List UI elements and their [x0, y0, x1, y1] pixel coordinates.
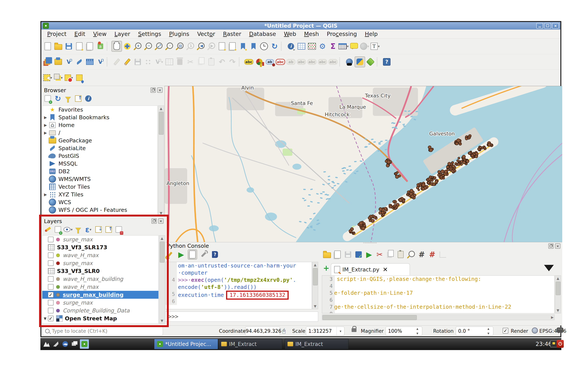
layer-item-surge-max-building[interactable]: ✓surge_max_building [42, 291, 158, 299]
qgis-taskbar-icon[interactable] [80, 339, 89, 349]
menu-settings[interactable]: Settings [134, 31, 165, 37]
layers-float-button[interactable] [151, 218, 157, 224]
deselect-features-button[interactable]: ▾ [63, 72, 74, 83]
window-list-icon[interactable] [70, 339, 79, 349]
open-data-source-manager-button[interactable] [42, 56, 53, 67]
python-console-button[interactable] [355, 56, 365, 67]
layer-item-surge-max[interactable]: surge_max [42, 259, 158, 267]
add-group-button[interactable] [53, 225, 62, 234]
editor-vscrollbar[interactable]: ▲ ▼ [555, 275, 561, 313]
new-3d-map-view-button[interactable] [227, 41, 238, 52]
new-print-layout-button[interactable] [74, 41, 84, 52]
layers-close-button[interactable]: × [158, 218, 164, 224]
taskbar-window-2[interactable]: IM_Extract [218, 339, 282, 349]
expand-arrow-icon[interactable]: ▶ [42, 115, 49, 120]
browser-item--[interactable]: ▶/ [42, 129, 158, 137]
layer-item-open-street-map[interactable]: ▼✓Open Street Map [42, 315, 158, 322]
statistical-summary-button[interactable] [307, 41, 317, 52]
open-attribute-table-button[interactable] [296, 41, 307, 52]
metasearch-button[interactable] [344, 56, 355, 67]
layer-item-s33-vf3-slr0[interactable]: S33_Vf3_SLR0 [42, 267, 158, 275]
editor-tab-close-icon[interactable]: ✕ [383, 266, 388, 273]
layer-item-surge-max[interactable]: surge_max [42, 299, 158, 307]
taskbar-window-1[interactable]: *Untitled Projec... [154, 339, 218, 349]
collapse-all-button[interactable] [104, 225, 113, 234]
console-options-button[interactable] [199, 250, 208, 260]
run-script-button[interactable]: ▶ [364, 250, 374, 260]
restore-button[interactable] [544, 23, 551, 29]
browser-item-favorites[interactable]: ★Favorites [42, 106, 158, 113]
minimize-button[interactable] [536, 23, 543, 29]
scale-dropdown-icon[interactable]: ▾ [336, 327, 344, 335]
copy-button[interactable] [385, 250, 395, 260]
browser-filter-button[interactable] [63, 94, 73, 103]
console-output[interactable]: om·an·untrusted·source·can·harm·your·com… [165, 262, 312, 309]
browser-item-geopackage[interactable]: GeoPackage [42, 137, 158, 144]
identify-features-button[interactable]: i [286, 41, 296, 52]
browser-refresh-button[interactable]: ↻ [53, 94, 62, 103]
new-mesh-layer-button[interactable] [95, 56, 106, 67]
open-script-button[interactable] [322, 250, 332, 260]
layer-item-complete-building-data[interactable]: Complete_Building_Data [42, 307, 158, 315]
browser-item-postgis[interactable]: PostGIS [42, 152, 158, 160]
layer-checkbox[interactable] [48, 300, 53, 305]
processing-toolbox-button[interactable]: ⚙ [317, 41, 328, 52]
layer-checkbox[interactable] [48, 284, 53, 290]
magnifier-spinbox[interactable]: 100% ▲▼ [386, 326, 422, 336]
menu-help[interactable]: Help [361, 31, 381, 37]
select-by-location-button[interactable] [74, 72, 84, 83]
remove-layer-button[interactable] [114, 225, 123, 234]
show-layout-manager-button[interactable] [84, 41, 95, 52]
scale-combobox[interactable]: 1:312257 ▾ [306, 326, 345, 336]
layer-item-surge-max[interactable]: surge_max [42, 236, 158, 243]
highlight-labels-button[interactable]: abc [275, 56, 286, 67]
taskbar-window-3[interactable]: IM_Extract [285, 339, 349, 349]
extents-toggle-icon[interactable]: 🖰 [282, 327, 286, 334]
refresh-map-button[interactable]: ↻ [269, 41, 280, 52]
menu-edit[interactable]: Edit [71, 31, 89, 37]
editor-code-area[interactable]: 3script·in·QGIS,·please·change·the·follo… [322, 275, 555, 313]
browser-add-selected-layers-button[interactable] [43, 94, 52, 103]
browser-close-button[interactable]: × [157, 87, 163, 93]
browser-item-wfs-ogc-api-features[interactable]: WFS / OGC API - Features [42, 206, 158, 214]
filter-by-expression-button[interactable]: ε▾ [84, 225, 93, 234]
cut-button[interactable]: ✂ [375, 250, 384, 260]
add-geopackage-layer-button[interactable] [53, 56, 63, 67]
new-shapefile-layer-button[interactable] [63, 56, 74, 67]
layer-item-wave-h-max[interactable]: wave_H_max [42, 283, 158, 291]
open-project-button[interactable] [53, 41, 63, 52]
expand-all-button[interactable] [94, 225, 103, 234]
layer-checkbox[interactable] [48, 237, 53, 242]
layers-scrollbar[interactable]: ▲ ▼ [159, 235, 165, 324]
expand-arrow-icon[interactable]: ▶ [42, 192, 49, 197]
filter-legend-button[interactable] [74, 225, 83, 234]
show-spatial-bookmarks-button[interactable] [248, 41, 259, 52]
layer-labeling-button[interactable]: abc [243, 56, 254, 67]
new-virtual-layer-button[interactable] [84, 56, 95, 67]
toggle-comment-button[interactable]: # [417, 250, 426, 260]
zoom-out-button[interactable]: − [143, 41, 154, 52]
pin-labels-button[interactable]: ab [265, 56, 275, 67]
menu-plugins[interactable]: Plugins [165, 31, 193, 37]
show-desktop-icon[interactable] [51, 339, 60, 349]
browser-item-xyz-tiles[interactable]: ▶XYZ Tiles [42, 191, 158, 198]
pan-to-selection-button[interactable] [122, 41, 133, 52]
menu-view[interactable]: View [89, 31, 111, 37]
console-scrollbar[interactable]: ▲ ▼ [312, 262, 318, 309]
menu-database[interactable]: Database [245, 31, 280, 37]
zoom-to-layer-button[interactable]: ▤ [175, 41, 185, 52]
coordinate-input[interactable]: -94.463,29.326 [245, 326, 280, 336]
save-project-button[interactable] [63, 41, 74, 52]
messages-icon[interactable] [556, 327, 563, 333]
expand-arrow-icon[interactable]: ▶ [42, 123, 49, 127]
layer-item-s33-vf3-slr173[interactable]: S33_Vf3_SLR173 [42, 243, 158, 251]
expand-arrow-icon[interactable]: ▶ [42, 131, 49, 135]
browser-item-vector-tiles[interactable]: Vector Tiles [42, 183, 158, 191]
new-project-button[interactable] [42, 41, 53, 52]
layer-checkbox[interactable]: ✓ [48, 316, 53, 321]
render-checkbox[interactable]: ✓ [503, 328, 508, 334]
lock-scale-icon[interactable] [352, 328, 357, 332]
menu-raster[interactable]: Raster [219, 31, 245, 37]
close-button[interactable]: × [552, 23, 559, 29]
new-map-view-button[interactable] [217, 41, 227, 52]
